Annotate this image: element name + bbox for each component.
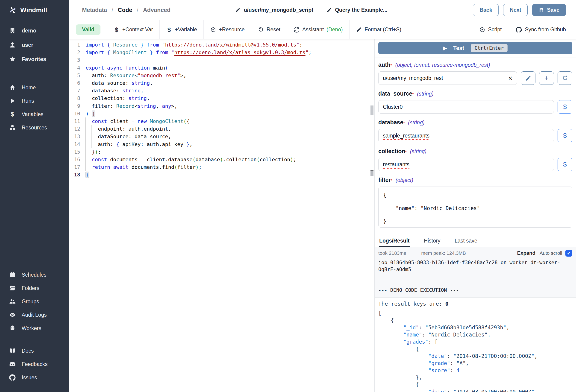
- sidebar-item[interactable]: demo: [0, 24, 69, 38]
- expand-button[interactable]: Expand: [517, 250, 535, 256]
- editor-toolbar: Valid $ +Context Var $ +Variable +Resour…: [69, 20, 576, 39]
- tab-logs-result[interactable]: Logs/Result: [379, 234, 410, 247]
- sidebar-item-label: Runs: [22, 98, 34, 104]
- field-type: (string): [417, 91, 434, 97]
- mem-peak: mem peak: 124.3MB: [421, 250, 466, 256]
- sidebar-item[interactable]: Runs: [0, 94, 69, 108]
- play-icon: [9, 98, 16, 104]
- pencil-icon: [235, 7, 241, 13]
- script-path-edit[interactable]: u/user/my_mongodb_script: [235, 7, 313, 13]
- validation-status: Valid: [76, 20, 107, 39]
- robot-icon: [9, 325, 16, 332]
- check-icon: ✓: [567, 251, 571, 256]
- sidebar-item[interactable]: Issues: [0, 371, 69, 384]
- dollar-icon: $: [114, 27, 119, 33]
- sidebar-item[interactable]: Workers: [0, 322, 69, 335]
- script-kind-button[interactable]: Script: [479, 27, 502, 33]
- insert-variable-button[interactable]: $: [558, 100, 572, 113]
- sidebar-item[interactable]: Docs: [0, 344, 69, 358]
- argument-fields: auth* (object, format: resource-mongodb_…: [375, 58, 576, 233]
- workspace-group: demo user Favorites: [0, 20, 69, 71]
- tab-code[interactable]: Code: [118, 7, 132, 13]
- sidebar-item-label: Home: [22, 84, 36, 91]
- sidebar-item[interactable]: Audit Logs: [0, 308, 69, 322]
- sidebar-item[interactable]: user: [0, 38, 69, 52]
- brand-name: Windmill: [20, 6, 47, 14]
- header-actions: Back Next Save: [473, 4, 566, 16]
- sync-label: Sync from Github: [525, 27, 566, 33]
- clear-icon[interactable]: ×: [508, 75, 512, 82]
- add-context-var-label: +Context Var: [122, 27, 153, 33]
- script-path: u/user/my_mongodb_script: [244, 7, 313, 13]
- pencil-icon: [525, 75, 531, 81]
- script-summary-edit[interactable]: Query the Example...: [326, 7, 388, 13]
- sidebar-item[interactable]: Schedules: [0, 268, 69, 281]
- add-resource-button-small[interactable]: +: [539, 71, 554, 85]
- autoscroll-label: Auto scroll: [540, 250, 562, 256]
- app-logo[interactable]: Windmill: [0, 0, 69, 20]
- toolbar-right: Script Sync from Github: [479, 20, 566, 39]
- save-label: Save: [547, 7, 559, 13]
- tab-last-save[interactable]: Last save: [454, 234, 478, 247]
- sidebar-item[interactable]: Folders: [0, 281, 69, 295]
- pencil-icon: [356, 27, 362, 33]
- assistant-lang: (Deno): [326, 27, 343, 33]
- format-button[interactable]: Format (Ctrl+S): [349, 20, 408, 39]
- sidebar-item[interactable]: Resources: [0, 121, 69, 134]
- run-panel: ▶ Test Ctrl+Enter auth* (object, format:…: [374, 39, 576, 392]
- result-intro-text: The result keys are:: [378, 301, 445, 307]
- nav-group: Home Runs $ Variables Resources: [0, 81, 69, 134]
- scrollbar-thumb[interactable]: [371, 106, 374, 115]
- required-mark: *: [391, 64, 392, 67]
- tab-advanced[interactable]: Advanced: [143, 7, 171, 13]
- sidebar-item[interactable]: Favorites: [0, 52, 69, 66]
- next-button[interactable]: Next: [503, 4, 528, 16]
- sidebar-item[interactable]: $ Variables: [0, 108, 69, 121]
- breadcrumb: Metadata / Code / Advanced: [82, 7, 171, 13]
- add-resource-button[interactable]: +Resource: [204, 20, 251, 39]
- valid-badge: Valid: [76, 25, 100, 35]
- edit-resource-button[interactable]: [521, 71, 535, 85]
- collection-input[interactable]: restaurants: [378, 158, 554, 171]
- save-button[interactable]: Save: [532, 4, 566, 16]
- add-resource-label: +Resource: [219, 27, 245, 33]
- sidebar-item[interactable]: Groups: [0, 295, 69, 308]
- cubes-icon: [9, 124, 16, 131]
- code-content[interactable]: import { Resource } from "https://deno.l…: [86, 41, 312, 179]
- field-filter: filter* (object) { "name": "Nordic Delic…: [378, 177, 572, 227]
- refresh-icon: [562, 75, 568, 81]
- database-input[interactable]: sample_restaurants: [378, 129, 554, 142]
- assistant-label: Assistant: [302, 27, 324, 33]
- data-source-input[interactable]: Cluster0: [378, 100, 554, 113]
- code-editor[interactable]: 1 2 3 4 5 6 7 8 9 10 11 12 13 14 15 16 1…: [69, 39, 374, 392]
- reset-button[interactable]: Reset: [251, 20, 287, 39]
- field-label: database: [378, 119, 403, 126]
- sidebar-item[interactable]: Feedbacks: [0, 358, 69, 371]
- add-context-var-button[interactable]: $ +Context Var: [107, 20, 160, 39]
- calendar-icon: [9, 272, 16, 278]
- autoscroll-checkbox[interactable]: ✓: [565, 250, 572, 256]
- insert-variable-button[interactable]: $: [558, 129, 572, 142]
- footer-group: Docs Feedbacks Issues: [0, 344, 69, 384]
- star-icon: [9, 56, 16, 62]
- refresh-resource-button[interactable]: [558, 71, 572, 85]
- auth-resource-input[interactable]: u/user/my_mongodb_rest ×: [378, 71, 517, 85]
- result-block: The result keys are: 0 [ { "_id": "5eb3d…: [375, 298, 576, 392]
- test-button[interactable]: ▶ Test Ctrl+Enter: [378, 42, 572, 54]
- filter-json-input[interactable]: { "name": "Nordic Delicacies" }: [378, 187, 572, 227]
- insert-variable-button[interactable]: $: [558, 158, 572, 171]
- sidebar-item[interactable]: Home: [0, 81, 69, 94]
- sidebar-item-label: Audit Logs: [22, 312, 47, 318]
- admin-group: Schedules Folders Groups Audit Logs: [0, 268, 69, 335]
- sync-from-github-button[interactable]: Sync from Github: [516, 27, 566, 33]
- sidebar-item-label: Feedbacks: [22, 361, 48, 367]
- discord-icon: [9, 361, 16, 367]
- add-variable-button[interactable]: $ +Variable: [160, 20, 204, 39]
- tab-history[interactable]: History: [424, 234, 441, 247]
- tab-metadata[interactable]: Metadata: [82, 7, 107, 13]
- sidebar-item-label: Favorites: [22, 56, 46, 62]
- line-numbers: 1 2 3 4 5 6 7 8 9 10 11 12 13 14 15 16 1…: [69, 41, 80, 179]
- back-button[interactable]: Back: [473, 4, 499, 16]
- user-icon: [9, 42, 16, 48]
- assistant-button[interactable]: Assistant (Deno): [287, 20, 349, 39]
